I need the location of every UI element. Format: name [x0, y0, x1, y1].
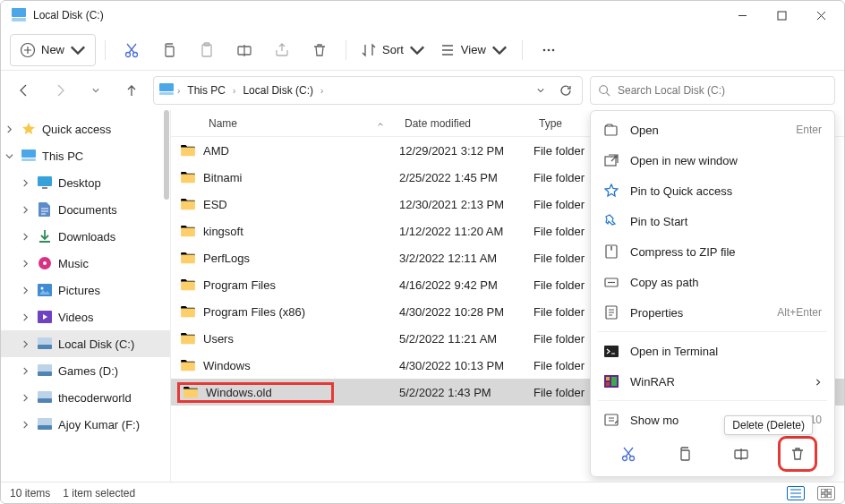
menu-item-copy-as-path[interactable]: Copy as path [591, 267, 834, 297]
svg-rect-43 [605, 414, 618, 425]
sidebar-item-documents[interactable]: Documents [1, 196, 170, 223]
up-button[interactable] [117, 76, 146, 105]
chevron-right-icon [815, 375, 822, 389]
svg-rect-1 [12, 18, 26, 21]
refresh-button[interactable] [555, 80, 576, 101]
pin-icon [603, 213, 619, 229]
svg-rect-7 [202, 45, 211, 56]
sidebar-item-pictures[interactable]: Pictures [1, 277, 170, 303]
expand-icon[interactable] [19, 260, 31, 268]
cut-button[interactable] [115, 34, 149, 66]
sidebar-item-label: This PC [42, 149, 83, 163]
expand-icon[interactable] [19, 367, 31, 375]
expand-icon[interactable] [19, 206, 31, 214]
menu-label: Pin to Quick access [630, 184, 822, 198]
address-dropdown[interactable] [530, 80, 551, 101]
delete-button[interactable] [782, 440, 813, 467]
sort-button[interactable]: Sort [355, 34, 431, 66]
address-bar[interactable]: › This PC › Local Disk (C:) › [153, 76, 583, 105]
copy-button[interactable] [152, 34, 186, 66]
breadcrumb-disk[interactable]: Local Disk (C:) [239, 84, 317, 97]
minimize-button[interactable] [722, 2, 762, 29]
newwin-icon [603, 152, 619, 168]
sidebar-item-thecoderworld[interactable]: thecoderworld [1, 384, 170, 411]
menu-item-pin-to-start[interactable]: Pin to Start [591, 206, 834, 236]
music-icon [37, 255, 53, 271]
sidebar-item-ajoy-kumar-f-[interactable]: Ajoy Kumar (F:) [1, 411, 170, 438]
sidebar-item-videos[interactable]: Videos [1, 303, 170, 330]
col-date[interactable]: Date modified [399, 117, 533, 130]
sidebar-item-quick-access[interactable]: Quick access [1, 115, 170, 142]
expand-icon[interactable] [19, 421, 31, 429]
sidebar-item-label: Music [58, 257, 89, 270]
details-view-button[interactable] [787, 486, 805, 500]
search-box[interactable] [590, 76, 835, 105]
zip-icon [603, 243, 619, 260]
menu-label: Pin to Start [630, 215, 822, 228]
view-button[interactable]: View [434, 34, 513, 66]
paste-button[interactable] [190, 34, 224, 66]
file-date: 1/12/2022 11:20 AM [399, 225, 533, 238]
svg-rect-17 [21, 158, 36, 161]
winrar-icon [603, 373, 619, 389]
menu-item-properties[interactable]: PropertiesAlt+Enter [591, 297, 834, 328]
close-button[interactable] [801, 2, 841, 29]
folder-icon [180, 332, 196, 345]
new-button[interactable]: New [10, 34, 96, 66]
sidebar-item-downloads[interactable]: Downloads [1, 223, 170, 250]
cut-button[interactable] [613, 440, 644, 467]
svg-rect-48 [821, 489, 825, 492]
delete-button[interactable] [303, 34, 337, 66]
terminal-icon [603, 343, 619, 359]
folder-icon [180, 225, 196, 237]
sidebar-item-games-d-[interactable]: Games (D:) [1, 357, 170, 384]
sidebar-item-music[interactable]: Music [1, 250, 170, 277]
file-name: Program Files (x86) [203, 305, 305, 319]
recent-button[interactable] [81, 76, 110, 105]
file-name: Windows [203, 359, 251, 372]
expand-icon[interactable] [19, 313, 31, 321]
expand-icon[interactable] [3, 125, 15, 133]
sidebar-item-desktop[interactable]: Desktop [1, 169, 170, 196]
sidebar-scrollbar[interactable] [164, 110, 169, 200]
menu-item-winrar[interactable]: WinRAR [591, 366, 834, 397]
maximize-button[interactable] [762, 2, 801, 29]
file-name: kingsoft [203, 225, 243, 238]
svg-rect-32 [38, 425, 52, 430]
expand-icon[interactable] [3, 152, 15, 160]
back-button[interactable] [10, 76, 38, 105]
sidebar-item-local-disk-c-[interactable]: Local Disk (C:) [1, 330, 170, 357]
menu-item-open[interactable]: OpenEnter [591, 115, 834, 145]
share-button[interactable] [265, 34, 299, 66]
expand-icon[interactable] [19, 394, 31, 402]
sidebar-item-this-pc[interactable]: This PC [1, 142, 170, 169]
search-input[interactable] [618, 84, 827, 97]
file-name: PerfLogs [203, 252, 250, 265]
expand-icon[interactable] [19, 286, 31, 295]
menu-item-compress-to-zip-file[interactable]: Compress to ZIP file [591, 236, 834, 267]
file-date: 4/30/2022 10:28 PM [399, 305, 533, 319]
forward-button[interactable] [46, 76, 74, 105]
expand-icon[interactable] [19, 233, 31, 241]
svg-point-4 [126, 52, 131, 56]
expand-icon[interactable] [19, 179, 31, 187]
rename-button[interactable] [227, 34, 261, 66]
svg-rect-41 [611, 377, 617, 386]
titlebar: Local Disk (C:) [1, 1, 844, 30]
svg-point-5 [133, 52, 138, 56]
more-button[interactable] [532, 34, 566, 66]
folder-icon [180, 359, 196, 372]
menu-item-open-in-new-window[interactable]: Open in new window [591, 145, 834, 175]
col-name[interactable]: Name [180, 117, 399, 130]
rename-button[interactable] [726, 440, 756, 467]
menu-item-pin-to-quick-access[interactable]: Pin to Quick access [591, 175, 834, 206]
breadcrumb-thispc[interactable]: This PC [184, 84, 229, 97]
svg-point-12 [552, 48, 555, 51]
folder-icon [180, 171, 196, 184]
file-date: 4/30/2022 10:13 PM [399, 359, 533, 372]
expand-icon[interactable] [19, 340, 31, 348]
icons-view-button[interactable] [817, 486, 835, 500]
folder-icon [183, 386, 199, 398]
copy-button[interactable] [670, 440, 700, 467]
menu-item-open-in-terminal[interactable]: Open in Terminal [591, 336, 834, 366]
